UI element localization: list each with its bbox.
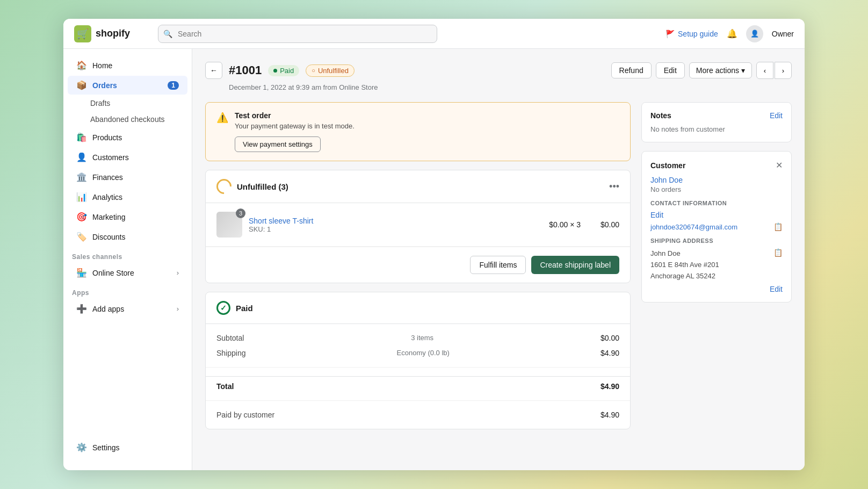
add-apps-icon: ➕ — [76, 304, 87, 314]
order-header: ← #1001 Paid Unfulfilled Refund Edit Mor… — [205, 62, 792, 79]
copy-address-icon[interactable]: 📋 — [773, 248, 783, 257]
prev-order-button[interactable]: ‹ — [756, 62, 773, 79]
contact-info-section-label: Contact information — [650, 200, 783, 206]
more-actions-button[interactable]: More actions ▾ — [689, 62, 752, 78]
paid-checkmark-icon: ✓ — [216, 301, 230, 315]
sidebar-item-label: Orders — [92, 81, 117, 90]
paid-by-label: Paid by customer — [216, 411, 274, 419]
test-order-alert: ⚠️ Test order Your payment gateway is in… — [205, 102, 631, 161]
customer-orders-count: No orders — [650, 185, 783, 193]
sidebar: 🏠 Home 📦 Orders 1 Drafts Abandoned check… — [63, 49, 192, 470]
shipping-address-row: John Doe 1601 E 84th Ave #201 Anchorage … — [650, 248, 783, 282]
products-icon: 🛍️ — [76, 132, 87, 142]
sidebar-item-label: Marketing — [92, 213, 125, 221]
flag-icon: 🚩 — [666, 30, 675, 38]
sidebar-item-label: Customers — [92, 153, 129, 162]
contact-edit-button[interactable]: Edit — [650, 211, 663, 219]
copy-email-icon[interactable]: 📋 — [773, 222, 783, 231]
order-body: ⚠️ Test order Your payment gateway is in… — [205, 102, 792, 429]
order-main-column: ⚠️ Test order Your payment gateway is in… — [205, 102, 631, 429]
order-number: #1001 — [229, 63, 262, 77]
unfulfilled-spinner-icon — [213, 176, 235, 197]
shipping-method: Economy (0.0 lb) — [397, 349, 450, 357]
refund-button[interactable]: Refund — [611, 62, 652, 78]
shopify-logo-icon: 🛒 — [74, 25, 91, 42]
product-name-link[interactable]: Short sleeve T-shirt — [249, 217, 542, 225]
avatar[interactable]: 👤 — [746, 25, 763, 42]
sidebar-item-online-store[interactable]: 🏪 Online Store › — [68, 263, 187, 282]
sidebar-item-settings[interactable]: ⚙️ Settings — [68, 438, 187, 457]
more-options-icon[interactable]: ••• — [609, 181, 619, 192]
sidebar-item-discounts[interactable]: 🏷️ Discounts — [68, 227, 187, 246]
search-input[interactable] — [158, 25, 437, 43]
sidebar-item-drafts[interactable]: Drafts — [68, 96, 187, 111]
total-row: Total $4.90 — [206, 376, 630, 394]
discounts-icon: 🏷️ — [76, 232, 87, 242]
order-actions: Refund Edit More actions ▾ ‹ › — [611, 62, 792, 79]
paid-badge-text: Paid — [280, 67, 294, 75]
product-price: $0.00 × 3 — [549, 220, 581, 229]
unfulfilled-badge-text: Unfulfilled — [318, 67, 349, 75]
sidebar-item-add-apps[interactable]: ➕ Add apps › — [68, 299, 187, 318]
sidebar-item-finances[interactable]: 🏛️ Finances — [68, 168, 187, 186]
customer-close-button[interactable]: ✕ — [776, 160, 783, 170]
customer-name-link[interactable]: John Doe — [650, 176, 783, 184]
notes-card: Notes Edit No notes from customer — [641, 102, 792, 142]
notifications-bell-icon[interactable]: 🔔 — [727, 28, 737, 39]
sidebar-item-label: Finances — [92, 173, 123, 182]
fulfill-items-button[interactable]: Fulfill items — [470, 256, 526, 274]
create-shipping-label-button[interactable]: Create shipping label — [531, 256, 619, 274]
customer-title: Customer — [650, 161, 685, 170]
notes-card-header: Notes Edit — [650, 111, 783, 120]
alert-title: Test order — [235, 111, 355, 120]
order-date: December 1, 2022 at 9:39 am from Online … — [229, 83, 792, 91]
search-bar[interactable]: 🔍 — [158, 25, 437, 43]
unfulfilled-card: Unfulfilled (3) ••• 3 Short sleeve T-shi… — [205, 170, 631, 283]
orders-badge: 1 — [168, 81, 179, 90]
subtotal-label: Subtotal — [216, 334, 244, 342]
total-label: Total — [216, 382, 234, 391]
shipping-label: Shipping — [216, 349, 246, 357]
back-button[interactable]: ← — [205, 62, 222, 79]
shipping-address-edit-button[interactable]: Edit — [770, 285, 783, 293]
view-payment-settings-button[interactable]: View payment settings — [235, 136, 321, 152]
unfulfilled-card-header: Unfulfilled (3) ••• — [206, 170, 630, 203]
total-amount: $4.90 — [601, 382, 619, 391]
notes-edit-button[interactable]: Edit — [770, 111, 783, 120]
subtotal-amount: $0.00 — [601, 334, 619, 342]
sidebar-item-products[interactable]: 🛍️ Products — [68, 128, 187, 147]
chevron-right-icon-apps: › — [177, 305, 179, 313]
product-row: 3 Short sleeve T-shirt SKU: 1 $0.00 × 3 … — [206, 203, 630, 247]
edit-button[interactable]: Edit — [656, 62, 685, 78]
total-section: Total $4.90 — [206, 368, 630, 401]
logo-text: shopify — [96, 28, 130, 39]
sidebar-item-marketing[interactable]: 🎯 Marketing — [68, 207, 187, 226]
sidebar-item-home[interactable]: 🏠 Home — [68, 56, 187, 75]
sidebar-item-analytics[interactable]: 📊 Analytics — [68, 188, 187, 206]
orders-icon: 📦 — [76, 80, 87, 90]
paid-by-section: Paid by customer $4.90 — [206, 401, 630, 429]
online-store-label: Online Store — [92, 269, 134, 277]
sidebar-item-label: Products — [92, 133, 122, 142]
online-store-icon: 🏪 — [76, 268, 87, 278]
abandoned-label: Abandoned checkouts — [90, 115, 165, 124]
payment-details-section: Subtotal 3 items $0.00 Shipping Economy … — [206, 324, 630, 368]
product-info: Short sleeve T-shirt SKU: 1 — [249, 217, 542, 233]
home-icon: 🏠 — [76, 60, 87, 70]
product-sku: SKU: 1 — [249, 225, 542, 233]
sidebar-item-customers[interactable]: 👤 Customers — [68, 148, 187, 167]
quantity-badge: 3 — [236, 208, 245, 218]
analytics-icon: 📊 — [76, 192, 87, 202]
nav-arrows: ‹ › — [756, 62, 792, 79]
drafts-label: Drafts — [90, 99, 110, 107]
customer-email-link[interactable]: johndoe320674@gmail.com — [650, 223, 737, 231]
paid-status-badge: Paid — [268, 65, 299, 76]
sidebar-item-abandoned-checkouts[interactable]: Abandoned checkouts — [68, 112, 187, 127]
email-row: johndoe320674@gmail.com 📋 — [650, 222, 783, 231]
contact-info-row: Edit — [650, 211, 783, 219]
shipping-address-section-label: Shipping address — [650, 238, 783, 244]
next-order-button[interactable]: › — [775, 62, 792, 79]
setup-guide-button[interactable]: 🚩 Setup guide — [666, 30, 718, 38]
shipping-row: Shipping Economy (0.0 lb) $4.90 — [206, 346, 630, 361]
sidebar-item-orders[interactable]: 📦 Orders 1 — [68, 76, 187, 95]
